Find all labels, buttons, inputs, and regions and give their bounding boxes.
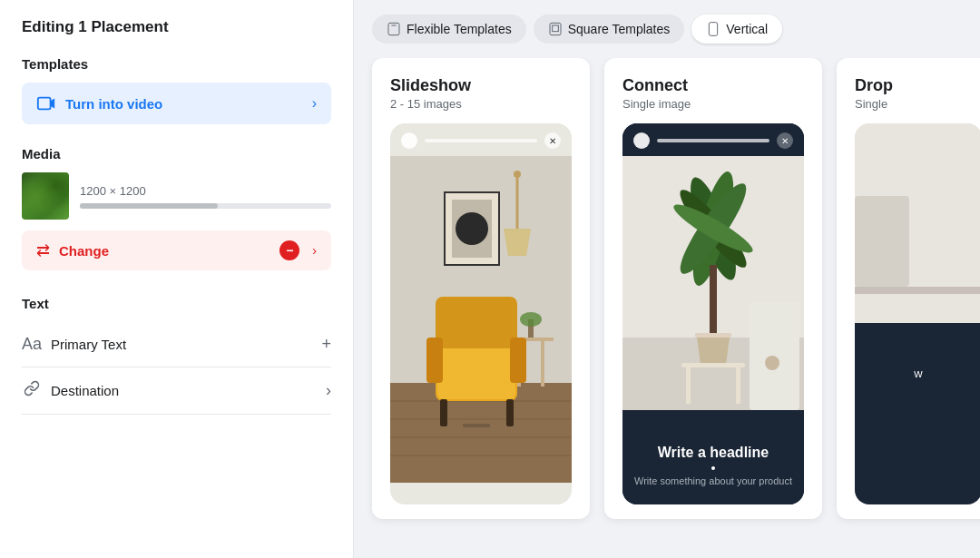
flexible-tab-icon xyxy=(387,22,401,36)
primary-text-item[interactable]: Aa Primary Text + xyxy=(22,322,331,367)
slideshow-title: Slideshow xyxy=(390,76,572,95)
svg-point-47 xyxy=(765,356,779,370)
svg-rect-2 xyxy=(388,23,399,34)
media-size-info: 1200 × 1200 xyxy=(80,184,331,209)
cards-area: Slideshow 2 - 15 images ✕ xyxy=(354,58,980,558)
connect-avatar-dot xyxy=(633,132,650,149)
svg-rect-44 xyxy=(686,367,691,404)
connect-title: Connect xyxy=(622,76,804,95)
change-label: Change xyxy=(59,243,109,259)
connect-scene-svg xyxy=(622,156,804,410)
drop-scene-svg: w xyxy=(855,123,980,504)
svg-rect-5 xyxy=(552,25,558,32)
svg-marker-15 xyxy=(504,229,531,256)
turn-into-video-label: Turn into video xyxy=(65,96,162,112)
connect-close-icon: ✕ xyxy=(777,132,793,149)
connect-bottom-area: Write a headline Write something about y… xyxy=(622,430,804,504)
remove-icon: − xyxy=(279,240,299,260)
slideshow-chair-scene xyxy=(390,156,572,483)
connect-progress-bar xyxy=(657,139,769,142)
svg-text:w: w xyxy=(913,367,923,380)
primary-text-icon: Aa xyxy=(22,335,42,354)
svg-rect-21 xyxy=(541,341,544,387)
svg-rect-40 xyxy=(710,265,717,338)
left-panel: Editing 1 Placement Templates Turn into … xyxy=(0,0,354,558)
link-icon xyxy=(22,380,42,401)
slideshow-subtitle: 2 - 15 images xyxy=(390,97,572,111)
drop-phone-mockup: w xyxy=(855,123,980,504)
destination-chevron: › xyxy=(326,381,331,400)
text-section-label: Text xyxy=(22,296,331,311)
change-button[interactable]: ⇄ Change − › xyxy=(22,230,331,270)
vertical-tab-icon xyxy=(706,22,720,36)
connect-phone-header: ✕ xyxy=(622,123,804,156)
primary-text-label: Primary Text xyxy=(51,337,126,352)
svg-rect-46 xyxy=(750,301,799,410)
size-bar-fill xyxy=(80,203,218,209)
media-section: Media 1200 × 1200 ⇄ Change − › xyxy=(22,146,331,270)
svg-rect-0 xyxy=(38,98,51,110)
primary-text-add-icon[interactable]: + xyxy=(321,335,331,354)
tab-square[interactable]: Square Templates xyxy=(534,15,685,44)
svg-rect-51 xyxy=(855,287,980,294)
svg-rect-41 xyxy=(695,333,731,338)
drop-subtitle: Single xyxy=(855,97,980,111)
vertical-tab-label: Vertical xyxy=(726,22,768,36)
connect-subtitle: Single image xyxy=(622,97,804,111)
svg-rect-28 xyxy=(510,338,526,383)
destination-left: Destination xyxy=(22,380,119,401)
slideshow-phone-header: ✕ xyxy=(390,123,572,156)
media-section-label: Media xyxy=(22,146,331,162)
svg-rect-25 xyxy=(436,297,517,356)
templates-section-label: Templates xyxy=(22,56,331,72)
turn-into-video-button[interactable]: Turn into video › xyxy=(22,83,331,124)
template-tabs: Flexible Templates Square Templates Vert… xyxy=(354,0,980,58)
right-panel: Flexible Templates Square Templates Vert… xyxy=(354,0,980,558)
connect-card[interactable]: Connect Single image ✕ xyxy=(604,58,822,519)
svg-point-23 xyxy=(520,312,542,327)
slideshow-card[interactable]: Slideshow 2 - 15 images ✕ xyxy=(372,58,590,519)
slideshow-avatar-dot xyxy=(401,132,417,149)
svg-point-18 xyxy=(456,212,488,245)
square-tab-label: Square Templates xyxy=(568,22,671,36)
connect-dot-indicator xyxy=(633,466,793,470)
slideshow-progress-bar xyxy=(425,139,537,142)
svg-rect-27 xyxy=(426,338,443,383)
slideshow-phone-mockup: ✕ xyxy=(390,123,572,504)
svg-rect-4 xyxy=(550,23,561,34)
svg-rect-43 xyxy=(681,363,745,367)
svg-rect-50 xyxy=(855,196,909,287)
svg-rect-30 xyxy=(506,399,514,426)
svg-rect-49 xyxy=(855,323,980,504)
flexible-tab-label: Flexible Templates xyxy=(407,22,512,36)
destination-label: Destination xyxy=(51,383,119,398)
svg-marker-42 xyxy=(697,338,730,365)
chair-scene-svg xyxy=(390,156,572,483)
size-bar xyxy=(80,203,331,209)
svg-rect-6 xyxy=(710,23,718,36)
drop-card[interactable]: Drop Single w xyxy=(837,58,980,519)
media-preview: 1200 × 1200 xyxy=(22,172,331,220)
turn-into-video-chevron: › xyxy=(312,95,317,112)
media-thumbnail xyxy=(22,172,69,220)
text-section: Text Aa Primary Text + Destination › xyxy=(22,296,331,415)
media-dimensions: 1200 × 1200 xyxy=(80,184,331,198)
change-chevron: › xyxy=(312,243,317,258)
connect-plant-scene xyxy=(622,156,804,410)
destination-item[interactable]: Destination › xyxy=(22,367,331,415)
drop-title: Drop xyxy=(855,76,980,95)
tab-flexible[interactable]: Flexible Templates xyxy=(372,15,526,44)
svg-point-14 xyxy=(514,171,521,178)
slideshow-close-icon: ✕ xyxy=(544,132,561,149)
square-tab-icon xyxy=(548,22,563,36)
svg-rect-45 xyxy=(736,367,740,404)
video-icon xyxy=(36,93,56,113)
primary-text-left: Aa Primary Text xyxy=(22,335,126,354)
connect-center-dot xyxy=(711,466,715,470)
tab-vertical[interactable]: Vertical xyxy=(691,15,782,44)
change-icon: ⇄ xyxy=(36,240,50,260)
svg-rect-26 xyxy=(437,348,515,399)
svg-rect-31 xyxy=(463,424,490,427)
connect-phone-mockup: ✕ xyxy=(622,123,804,504)
connect-subtext: Write something about your product xyxy=(633,475,793,486)
